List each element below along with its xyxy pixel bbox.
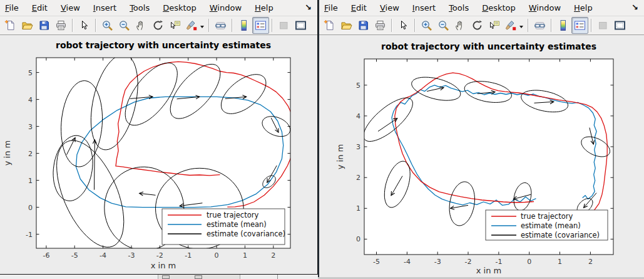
svg-text:1: 1 bbox=[243, 251, 247, 260]
toolbar-divider bbox=[551, 19, 552, 32]
svg-text:-1: -1 bbox=[185, 251, 192, 260]
menu-item-help[interactable]: Help bbox=[255, 3, 273, 13]
x-axis-label: x in m bbox=[151, 261, 176, 270]
dock-figure-arrow-icon[interactable]: ↘ bbox=[631, 3, 638, 12]
svg-text:1: 1 bbox=[356, 204, 360, 213]
svg-text:-5: -5 bbox=[373, 258, 380, 266]
pan-icon[interactable] bbox=[133, 17, 150, 34]
toolbar-divider bbox=[272, 19, 273, 32]
menu-item-tools[interactable]: Tools bbox=[130, 3, 150, 13]
colorbar-icon[interactable] bbox=[235, 17, 252, 34]
svg-text:-1: -1 bbox=[26, 231, 33, 239]
svg-text:4: 4 bbox=[28, 96, 33, 104]
zoom-out-icon[interactable] bbox=[435, 17, 452, 34]
toolbar-divider bbox=[95, 19, 96, 32]
figure-canvas: robot trajectory with uncertainty estima… bbox=[0, 35, 317, 276]
data-cursor-icon[interactable] bbox=[486, 17, 503, 34]
menu-item-edit[interactable]: Edit bbox=[32, 3, 48, 13]
svg-text:0: 0 bbox=[527, 258, 531, 266]
window-fragment-icon bbox=[162, 275, 170, 279]
zoom-out-icon[interactable] bbox=[116, 17, 133, 34]
svg-text:-2: -2 bbox=[156, 251, 163, 260]
data-cursor-icon[interactable] bbox=[166, 17, 183, 34]
link-plots-icon[interactable] bbox=[531, 17, 548, 34]
toolbar-divider bbox=[591, 19, 592, 32]
svg-text:estimate (covariance): estimate (covariance) bbox=[207, 229, 285, 238]
desktop: { "menu": { "items": ["File", "Edit", "V… bbox=[0, 0, 644, 279]
menu-item-insert[interactable]: Insert bbox=[412, 3, 436, 13]
svg-text:2: 2 bbox=[588, 258, 593, 266]
svg-text:3: 3 bbox=[28, 123, 33, 131]
y-axis-label: y in m bbox=[3, 140, 12, 166]
svg-text:5: 5 bbox=[356, 82, 360, 90]
save-icon[interactable] bbox=[355, 17, 372, 34]
brush-icon[interactable] bbox=[503, 17, 519, 34]
y-axis-label: y in m bbox=[335, 144, 345, 169]
dock-window-icon[interactable] bbox=[292, 17, 309, 34]
print-icon[interactable] bbox=[53, 17, 69, 34]
menu-item-window[interactable]: Window bbox=[529, 3, 561, 13]
svg-text:estimate (mean): estimate (mean) bbox=[207, 220, 267, 229]
svg-text:-3: -3 bbox=[128, 251, 135, 260]
trajectory-plot: robot trajectory with uncertainty estima… bbox=[0, 35, 317, 274]
menu-item-help[interactable]: Help bbox=[574, 3, 593, 13]
menu-item-desktop[interactable]: Desktop bbox=[482, 3, 516, 13]
save-icon[interactable] bbox=[36, 17, 53, 34]
pointer-icon[interactable] bbox=[76, 17, 93, 34]
svg-text:-1: -1 bbox=[495, 258, 502, 266]
filled-square-icon bbox=[595, 17, 611, 34]
figure-window-left: FileEditViewInsertToolsDesktopWindowHelp… bbox=[0, 0, 318, 275]
plot-legend[interactable]: true trajectoryestimate (mean)estimate (… bbox=[486, 210, 608, 240]
background-window-fragment bbox=[158, 275, 240, 279]
figure-canvas: robot trajectory with uncertainty estima… bbox=[319, 35, 644, 279]
toolbar bbox=[319, 16, 644, 35]
svg-text:-5: -5 bbox=[71, 251, 78, 260]
toolbar-divider bbox=[391, 19, 392, 32]
print-icon[interactable] bbox=[372, 17, 389, 34]
svg-text:estimate (covariance): estimate (covariance) bbox=[521, 231, 600, 240]
menu-item-insert[interactable]: Insert bbox=[93, 3, 116, 13]
menu-item-window[interactable]: Window bbox=[210, 3, 242, 13]
svg-text:2: 2 bbox=[271, 251, 275, 260]
menu-item-file[interactable]: File bbox=[324, 3, 338, 13]
desktop-strip bbox=[0, 275, 318, 279]
link-plots-icon[interactable] bbox=[212, 17, 229, 34]
legend-icon[interactable] bbox=[571, 17, 588, 34]
rotate-3d-icon[interactable] bbox=[150, 17, 166, 34]
colorbar-icon[interactable] bbox=[555, 17, 571, 34]
pan-icon[interactable] bbox=[452, 17, 469, 34]
zoom-in-icon[interactable] bbox=[418, 17, 435, 34]
new-file-icon[interactable] bbox=[321, 17, 338, 34]
toolbar-divider bbox=[208, 19, 210, 32]
menu-item-file[interactable]: File bbox=[5, 3, 19, 13]
svg-text:-4: -4 bbox=[404, 258, 411, 266]
menu-bar: FileEditViewInsertToolsDesktopWindowHelp… bbox=[0, 0, 317, 16]
svg-text:true trajectory: true trajectory bbox=[207, 211, 258, 219]
menu-item-view[interactable]: View bbox=[380, 3, 399, 13]
menu-item-desktop[interactable]: Desktop bbox=[163, 3, 197, 13]
trajectory-plot: robot trajectory with uncertainty estima… bbox=[319, 35, 644, 277]
dock-window-icon[interactable] bbox=[611, 17, 628, 34]
menu-item-edit[interactable]: Edit bbox=[351, 3, 367, 13]
svg-text:0: 0 bbox=[28, 204, 33, 212]
menu-item-view[interactable]: View bbox=[61, 3, 80, 13]
menu-item-tools[interactable]: Tools bbox=[449, 3, 469, 13]
svg-text:0: 0 bbox=[356, 235, 360, 243]
open-folder-icon[interactable] bbox=[19, 17, 36, 34]
svg-text:5: 5 bbox=[28, 69, 33, 77]
window-fragment-divider bbox=[277, 275, 278, 279]
rotate-3d-icon[interactable] bbox=[469, 17, 486, 34]
open-folder-icon[interactable] bbox=[338, 17, 355, 34]
dropdown-caret-icon[interactable] bbox=[519, 26, 523, 30]
filled-square-icon bbox=[275, 17, 292, 34]
zoom-in-icon[interactable] bbox=[99, 17, 116, 34]
dock-figure-arrow-icon[interactable]: ↘ bbox=[305, 3, 312, 12]
svg-text:0: 0 bbox=[215, 251, 219, 260]
dropdown-caret-icon[interactable] bbox=[200, 26, 204, 30]
legend-icon[interactable] bbox=[252, 17, 269, 34]
plot-legend[interactable]: true trajectoryestimate (mean)estimate (… bbox=[162, 209, 285, 245]
new-file-icon[interactable] bbox=[2, 17, 19, 34]
pointer-icon[interactable] bbox=[395, 17, 412, 34]
brush-icon[interactable] bbox=[183, 17, 200, 34]
figure-window-right: FileEditViewInsertToolsDesktopWindowHelp… bbox=[318, 0, 644, 277]
